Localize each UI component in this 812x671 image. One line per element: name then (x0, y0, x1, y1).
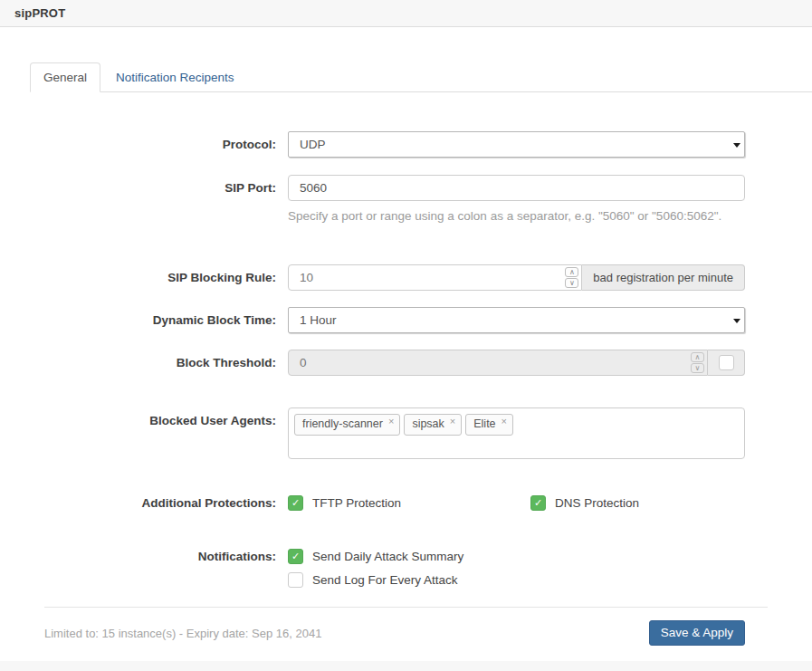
block-threshold-label: Block Threshold: (0, 350, 276, 376)
settings-form: Protocol: UDP SIP Port: Specify a port o… (0, 131, 812, 588)
tftp-protection-checkbox[interactable]: ✓ (288, 495, 303, 511)
daily-attack-summary-label: Send Daily Attack Summary (312, 550, 463, 563)
dns-protection-checkbox[interactable]: ✓ (530, 495, 546, 511)
block-threshold-value: 0 (300, 356, 307, 369)
blocked-user-agents-label: Blocked User Agents: (0, 407, 276, 459)
blocked-user-agents-row: Blocked User Agents: friendly-scanner × … (0, 407, 812, 459)
number-spinner: ∧ ∨ (565, 267, 578, 288)
dropdown-arrow-icon (733, 143, 740, 148)
tag-label: sipsak (412, 417, 444, 431)
remove-tag-icon[interactable]: × (502, 417, 507, 426)
page-background-strip (0, 661, 812, 671)
sip-port-row: SIP Port: Specify a port or range using … (0, 175, 812, 223)
tag-elite: Elite × (465, 414, 513, 436)
tag-friendly-scanner: friendly-scanner × (294, 414, 400, 436)
module-header: sipPROT (0, 0, 812, 27)
dns-protection-option: ✓ DNS Protection (530, 495, 639, 511)
block-threshold-enable-addon: ✓ (708, 350, 745, 376)
notifications-row: Notifications: ✓ Send Daily Attack Summa… (0, 549, 812, 588)
block-threshold-input: 0 ∧ ∨ (288, 350, 708, 376)
notifications-label: Notifications: (0, 549, 276, 588)
tab-notification-recipients[interactable]: Notification Recipents (102, 62, 248, 92)
blocked-user-agents-input[interactable]: friendly-scanner × sipsak × Elite × (288, 407, 745, 459)
protocol-label: Protocol: (0, 131, 276, 158)
dynamic-block-time-row: Dynamic Block Time: 1 Hour (0, 307, 812, 333)
log-every-attack-option: ✓ Send Log For Every Attack (288, 572, 745, 588)
dynamic-block-time-select[interactable]: 1 Hour (288, 307, 745, 333)
spinner-down-icon[interactable]: ∨ (565, 278, 578, 288)
remove-tag-icon[interactable]: × (388, 417, 394, 426)
number-spinner: ∧ ∨ (691, 352, 704, 373)
daily-attack-summary-option: ✓ Send Daily Attack Summary (288, 549, 745, 564)
spinner-up-icon[interactable]: ∧ (565, 267, 578, 277)
remove-tag-icon[interactable]: × (450, 417, 455, 426)
save-apply-button[interactable]: Save & Apply (649, 620, 745, 646)
protocol-select[interactable]: UDP (288, 131, 745, 158)
sip-port-input[interactable] (288, 175, 745, 201)
sip-blocking-rule-addon: bad registration per minute (582, 264, 745, 291)
dynamic-block-time-label: Dynamic Block Time: (0, 307, 276, 333)
additional-protections-row: Additional Protections: ✓ TFTP Protectio… (0, 495, 812, 511)
sip-blocking-rule-value: 10 (300, 271, 313, 284)
daily-attack-summary-checkbox[interactable]: ✓ (288, 549, 303, 564)
block-threshold-enable-checkbox[interactable]: ✓ (719, 355, 734, 370)
additional-protections-label: Additional Protections: (0, 495, 276, 511)
tab-general[interactable]: General (30, 62, 100, 92)
spinner-down-icon: ∨ (691, 363, 704, 373)
block-threshold-row: Block Threshold: 0 ∧ ∨ ✓ (0, 350, 812, 376)
protocol-row: Protocol: UDP (0, 131, 812, 158)
tab-bar: General Notification Recipents (30, 62, 812, 92)
log-every-attack-checkbox[interactable]: ✓ (288, 572, 303, 588)
sip-blocking-rule-input[interactable]: 10 ∧ ∨ (288, 264, 582, 291)
spinner-up-icon: ∧ (691, 352, 704, 362)
sip-port-help-text: Specify a port or range using a colon as… (288, 209, 745, 223)
dns-protection-label: DNS Protection (555, 496, 639, 510)
sip-blocking-rule-row: SIP Blocking Rule: 10 ∧ ∨ bad registrati… (0, 264, 812, 291)
content-panel: General Notification Recipents Protocol:… (0, 27, 812, 661)
protocol-selected-value: UDP (300, 138, 326, 151)
footer: Limited to: 15 instance(s) - Expiry date… (0, 608, 812, 646)
tag-label: friendly-scanner (302, 417, 383, 431)
tag-label: Elite (473, 417, 495, 431)
license-info-text: Limited to: 15 instance(s) - Expiry date… (44, 627, 321, 640)
page-title: sipPROT (14, 6, 65, 20)
tftp-protection-option: ✓ TFTP Protection (288, 495, 530, 511)
sip-port-label: SIP Port: (0, 175, 276, 223)
tftp-protection-label: TFTP Protection (312, 496, 401, 510)
dynamic-block-time-selected-value: 1 Hour (300, 313, 337, 327)
dropdown-arrow-icon (733, 319, 740, 323)
log-every-attack-label: Send Log For Every Attack (312, 573, 458, 587)
tag-sipsak: sipsak × (404, 414, 462, 436)
sip-blocking-rule-label: SIP Blocking Rule: (0, 264, 276, 291)
